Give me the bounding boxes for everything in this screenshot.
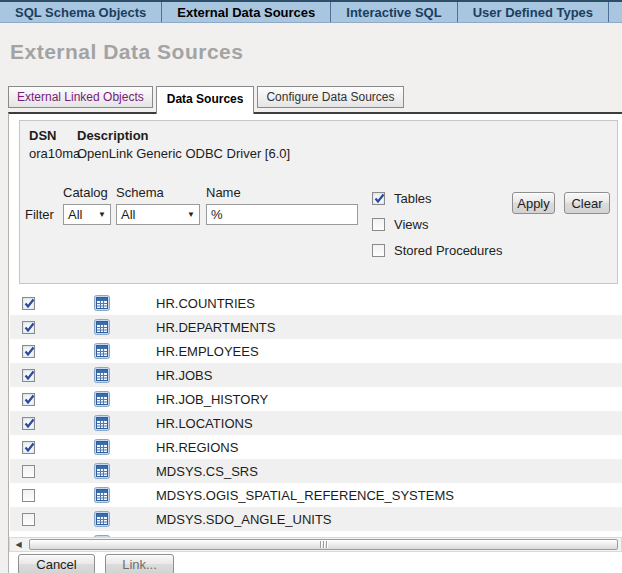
object-name: HR.EMPLOYEES [156,344,259,359]
table-row: HR.LOCATIONS [10,411,622,435]
object-name: HR.COUNTRIES [156,296,255,311]
table-icon [94,319,110,335]
filter-label: Filter [25,207,54,222]
link-button[interactable]: Link... [105,554,174,573]
check-icon [23,417,36,430]
object-name: HR.LOCATIONS [156,416,253,431]
table-icon [94,439,110,455]
description-column-header: Description [77,128,149,143]
object-name: MDSYS.CS_SRS [156,464,258,479]
row-checkbox[interactable] [22,465,35,478]
table-icon [94,319,110,335]
horizontal-scrollbar[interactable]: ◀ [9,537,622,552]
table-icon [94,463,110,479]
page-title: External Data Sources [10,40,243,64]
table-row: HR.COUNTRIES [10,291,622,315]
row-checkbox[interactable] [22,345,35,358]
catalog-selected-value: All [68,207,82,222]
object-name: MDSYS.OGIS_SPATIAL_REFERENCE_SYSTEMS [156,488,454,503]
views-label: Views [394,217,428,232]
table-row: HR.REGIONS [10,435,622,459]
tab-external-linked-objects[interactable]: External Linked Objects [8,86,153,108]
table-icon [94,487,110,503]
row-checkbox[interactable] [22,417,35,430]
table-row: MDSYS.OGIS_SPATIAL_REFERENCE_SYSTEMS [10,483,622,507]
tables-label: Tables [394,191,432,206]
top-nav: SQL Schema ObjectsExternal Data SourcesI… [0,0,622,23]
object-name: HR.JOBS [156,368,212,383]
stored-procedures-label: Stored Procedures [394,243,502,258]
nav-tab-external-data-sources[interactable]: External Data Sources [162,2,331,22]
schema-label: Schema [116,185,164,200]
dsn-value: ora10ma [29,146,80,161]
table-row: MDSYS.SDO_ANGLE_UNITS [10,507,622,531]
schema-selected-value: All [121,207,135,222]
scrollbar-grip-icon [320,541,327,548]
clear-button[interactable]: Clear [564,192,610,214]
tables-checkbox[interactable] [372,192,385,205]
data-sources-panel: DSN Description ora10ma OpenLink Generic… [8,112,622,573]
table-icon [94,391,110,407]
table-row: HR.JOB_HISTORY [10,387,622,411]
table-row: HR.EMPLOYEES [10,339,622,363]
check-icon [373,192,386,205]
sub-tabs: External Linked ObjectsData SourcesConfi… [8,86,407,114]
row-checkbox[interactable] [22,513,35,526]
object-name: HR.REGIONS [156,440,238,455]
object-name: HR.DEPARTMENTS [156,320,275,335]
scroll-left-arrow-icon[interactable]: ◀ [11,539,26,550]
table-icon [94,439,110,455]
object-list: HR.COUNTRIESHR.DEPARTMENTSHR.EMPLOYEESHR… [10,291,622,537]
table-icon [94,415,110,431]
row-checkbox[interactable] [22,369,35,382]
table-icon [94,295,110,311]
cancel-button[interactable]: Cancel [18,554,95,573]
external-data-sources-window: { "nav": { "items": [ { "label": "SQL Sc… [0,0,622,573]
tab-configure-data-sources[interactable]: Configure Data Sources [257,86,403,108]
table-icon [94,463,110,479]
chevron-down-icon: ▼ [94,210,106,219]
tab-data-sources[interactable]: Data Sources [156,86,255,114]
dsn-filter-box: DSN Description ora10ma OpenLink Generic… [19,120,618,284]
nav-tab-interactive-sql[interactable]: Interactive SQL [331,2,457,22]
name-label: Name [206,185,241,200]
table-icon [94,343,110,359]
type-filter-tables: Tables [372,191,432,206]
object-name: HR.JOB_HISTORY [156,392,268,407]
catalog-dropdown[interactable]: All ▼ [63,204,111,225]
row-checkbox[interactable] [22,441,35,454]
views-checkbox[interactable] [372,218,385,231]
check-icon [23,369,36,382]
dsn-column-header: DSN [29,128,56,143]
check-icon [23,441,36,454]
check-icon [23,345,36,358]
table-icon [94,391,110,407]
row-checkbox[interactable] [22,489,35,502]
apply-button[interactable]: Apply [512,192,555,214]
table-row: MDSYS.CS_SRS [10,459,622,483]
schema-dropdown[interactable]: All ▼ [116,204,200,225]
row-checkbox[interactable] [22,321,35,334]
table-icon [94,343,110,359]
nav-tab-user-defined-types[interactable]: User Defined Types [458,2,609,22]
type-filter-stored-procedures: Stored Procedures [372,243,502,258]
table-icon [94,511,110,527]
stored-procedures-checkbox[interactable] [372,244,385,257]
nav-tab-r[interactable]: R [609,2,622,22]
table-icon [94,295,110,311]
name-filter-input[interactable] [206,204,358,225]
table-icon [94,511,110,527]
type-filter-views: Views [372,217,428,232]
table-icon [94,367,110,383]
row-checkbox[interactable] [22,297,35,310]
nav-tab-sql-schema-objects[interactable]: SQL Schema Objects [0,2,162,22]
table-icon [94,367,110,383]
chevron-down-icon: ▼ [183,210,195,219]
table-row: HR.DEPARTMENTS [10,315,622,339]
check-icon [23,297,36,310]
row-checkbox[interactable] [22,393,35,406]
check-icon [23,393,36,406]
table-icon [94,415,110,431]
table-icon [94,487,110,503]
scrollbar-thumb[interactable] [29,539,618,550]
